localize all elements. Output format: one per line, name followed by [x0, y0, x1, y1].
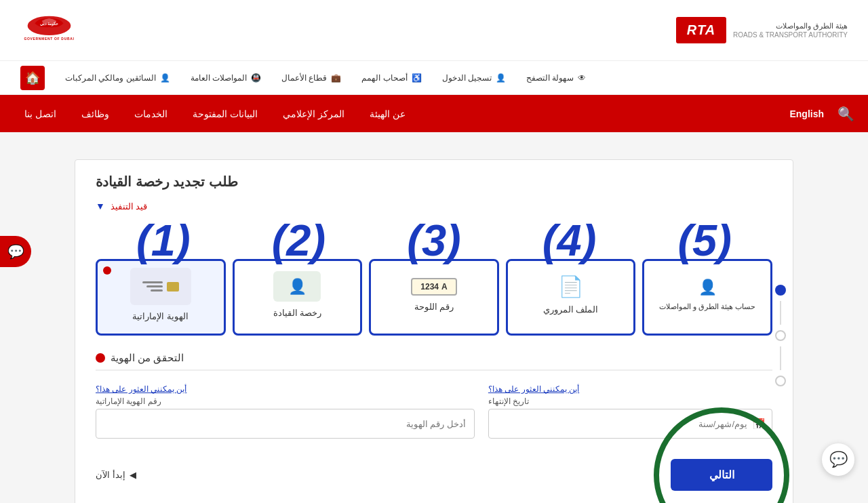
- special-needs-label: أصحاب الهمم: [361, 73, 407, 83]
- step-number-4: (4): [502, 215, 637, 266]
- rta-logo-area: هيئة الطرق والمواصلات ROADS & TRANSPORT …: [676, 17, 848, 43]
- search-icon[interactable]: 🔍: [837, 106, 854, 122]
- steps-row: الهوية الإماراتية 👤 رخصة القيادة A 1234 …: [96, 259, 772, 336]
- public-transport-btn[interactable]: 🚇 المواصلات العامة: [191, 73, 261, 83]
- drivers-btn[interactable]: 👤 السائقين ومالكي المركبات: [65, 73, 170, 83]
- form-section: أين يمكنني العثور على هذا؟ رقم الهوية ال…: [96, 384, 772, 439]
- login-btn[interactable]: 👤 تسجيل الدخول: [442, 73, 506, 83]
- id-hint-label: أين يمكنني العثور على هذا؟: [96, 384, 186, 394]
- accessibility-btn[interactable]: 👁 سهولة التصفح: [526, 73, 586, 83]
- id-number-input[interactable]: [96, 409, 475, 439]
- public-transport-label: المواصلات العامة: [191, 73, 247, 83]
- language-button[interactable]: English: [784, 106, 829, 122]
- nav-media[interactable]: المركز الإعلامي: [272, 95, 355, 132]
- gov-logo[interactable]: حكومة دبي GOVERNMENT OF DUBAI: [20, 14, 78, 47]
- progress-dot-active: [775, 285, 786, 296]
- calendar-icon: 📅: [752, 418, 766, 430]
- main-nav: 🔍 English عن الهيئة المركز الإعلامي البي…: [0, 95, 868, 132]
- step-number-5: (5): [637, 215, 772, 266]
- id-card-visual: [130, 268, 191, 305]
- accessibility-icon: 👁: [578, 73, 586, 83]
- step-1-label: الهوية الإماراتية: [132, 310, 189, 323]
- expiry-label: تاريخ الإنتهاء: [488, 397, 529, 406]
- nav-right-section: عن الهيئة المركز الإعلامي البيانات المفت…: [14, 95, 416, 132]
- expiry-hint-label: أين يمكنني العثور على هذا؟: [488, 384, 579, 394]
- step-5-label: حساب هيئة الطرق و المواصلات: [659, 302, 755, 312]
- business-label: قطاع الأعمال: [281, 73, 327, 83]
- step-header: قيد التنفيذ ▼: [96, 201, 772, 212]
- top-bar: هيئة الطرق والمواصلات ROADS & TRANSPORT …: [0, 0, 868, 61]
- expiry-input[interactable]: [488, 409, 772, 439]
- progress-line-1: [780, 301, 781, 325]
- step-number-2: (2): [231, 215, 367, 266]
- back-arrow-icon: ◀: [130, 470, 136, 480]
- account-visual: 👤: [698, 279, 717, 296]
- login-icon: 👤: [496, 73, 506, 83]
- login-label: تسجيل الدخول: [442, 73, 492, 83]
- rta-arabic-text: هيئة الطرق والمواصلات: [733, 21, 848, 31]
- business-icon: 💼: [331, 73, 341, 83]
- secondary-nav: 👁 سهولة التصفح 👤 تسجيل الدخول ♿ أصحاب ال…: [0, 61, 868, 95]
- section-header: التحقق من الهوية: [96, 352, 772, 371]
- id-hint-link[interactable]: أين يمكنني العثور على هذا؟: [96, 384, 186, 394]
- nav-jobs[interactable]: وظائف: [71, 95, 120, 132]
- step-4-label: الملف المروري: [543, 304, 599, 316]
- gov-logo-svg: حكومة دبي GOVERNMENT OF DUBAI: [20, 14, 78, 47]
- plate-visual: A 1234: [411, 278, 456, 296]
- svg-text:حكومة دبي: حكومة دبي: [40, 21, 59, 26]
- id-lines: [142, 281, 163, 291]
- chat-bubble-icon: 💬: [829, 451, 848, 468]
- svg-text:GOVERNMENT OF DUBAI: GOVERNMENT OF DUBAI: [24, 37, 74, 41]
- side-chat-icon: 💬: [7, 243, 24, 260]
- file-icon: 📄: [558, 275, 583, 298]
- steps-container: (1) (2) (3) (4) (5): [96, 259, 772, 336]
- expiry-group: أين يمكنني العثور على هذا؟ تاريخ الإنتها…: [488, 384, 772, 439]
- public-transport-icon: 🚇: [251, 73, 261, 83]
- special-needs-btn[interactable]: ♿ أصحاب الهمم: [361, 73, 421, 83]
- step-card-5[interactable]: 👤 حساب هيئة الطرق و المواصلات: [642, 259, 772, 336]
- drivers-icon: 👤: [160, 73, 170, 83]
- nav-left-section: 🔍 English: [784, 106, 854, 122]
- step-card-4[interactable]: 📄 الملف المروري: [506, 259, 636, 336]
- step-card-1[interactable]: الهوية الإماراتية: [96, 259, 226, 336]
- step-number-1: (1): [96, 215, 231, 266]
- next-btn-wrapper: التالي: [671, 459, 772, 491]
- person-icon: 👤: [288, 278, 307, 296]
- rta-badge[interactable]: RTA: [676, 17, 726, 43]
- rta-english-text: ROADS & TRANSPORT AUTHORITY: [733, 31, 848, 39]
- page-title: طلب تجديد رخصة القيادة: [96, 174, 238, 190]
- rta-text: هيئة الطرق والمواصلات ROADS & TRANSPORT …: [733, 21, 848, 39]
- accessibility-label: سهولة التصفح: [526, 73, 574, 83]
- expiry-input-wrapper: 📅: [488, 409, 772, 439]
- form-row-1: أين يمكنني العثور على هذا؟ رقم الهوية ال…: [96, 384, 772, 439]
- back-button[interactable]: ◀ إبدأ الآن: [96, 470, 136, 480]
- expiry-hint-link[interactable]: أين يمكنني العثور على هذا؟: [488, 384, 579, 394]
- dropdown-arrow-icon[interactable]: ▼: [96, 201, 105, 212]
- next-button[interactable]: التالي: [671, 459, 772, 491]
- account-icon: 👤: [698, 279, 717, 296]
- drivers-label: السائقين ومالكي المركبات: [65, 73, 156, 83]
- id-number-group: أين يمكنني العثور على هذا؟ رقم الهوية ال…: [96, 384, 475, 439]
- nav-services[interactable]: الخدمات: [123, 95, 178, 132]
- nav-open-data[interactable]: البيانات المفتوحة: [182, 95, 269, 132]
- progress-dot-3: [775, 376, 786, 386]
- vertical-progress: [775, 285, 786, 386]
- chat-bubble-button[interactable]: 💬: [822, 443, 854, 476]
- dl-visual: 👤: [273, 271, 321, 302]
- plate-letter: A: [441, 282, 448, 291]
- id-number-label: رقم الهوية الإماراتية: [96, 397, 161, 406]
- home-button[interactable]: 🏠: [20, 66, 45, 90]
- step-card-3[interactable]: A 1234 رقم اللوحة: [369, 259, 499, 336]
- business-btn[interactable]: 💼 قطاع الأعمال: [281, 73, 341, 83]
- section-title: التحقق من الهوية: [111, 352, 184, 364]
- nav-contact[interactable]: اتصل بنا: [14, 95, 67, 132]
- side-chat-button[interactable]: 💬: [0, 236, 31, 267]
- step-2-label: رخصة القيادة: [273, 307, 322, 319]
- step-card-2[interactable]: 👤 رخصة القيادة: [233, 259, 363, 336]
- section-indicator: [96, 353, 105, 363]
- nav-about[interactable]: عن الهيئة: [359, 95, 416, 132]
- progress-line-2: [780, 346, 781, 370]
- special-needs-icon: ♿: [412, 73, 422, 83]
- id-chip: [167, 282, 179, 291]
- progress-dot-2: [775, 330, 786, 341]
